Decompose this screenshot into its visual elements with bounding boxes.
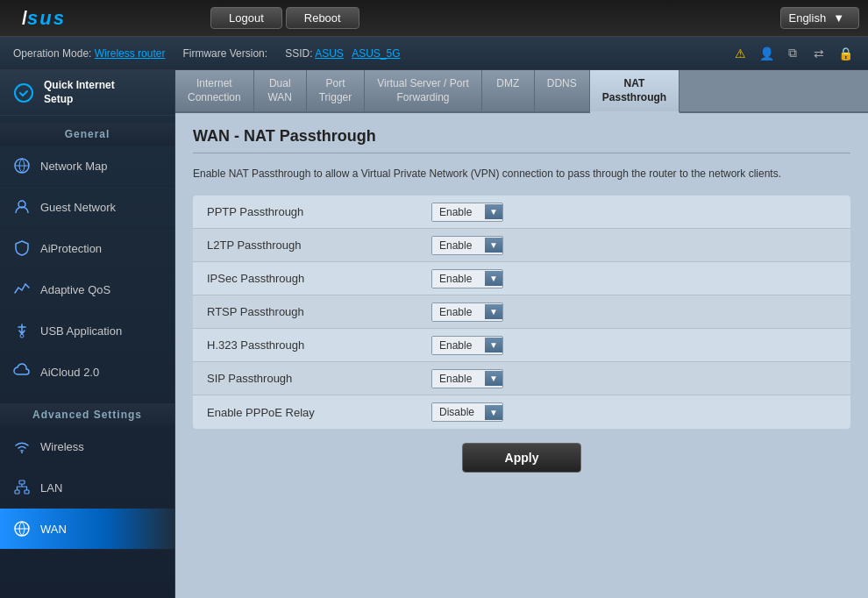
status-bar: Operation Mode: Wireless router Firmware… [0, 37, 868, 70]
advanced-section-title: Advanced Settings [0, 403, 174, 426]
quick-setup-label: Quick Internet Setup [44, 79, 115, 106]
l2tp-arrow[interactable]: ▼ [485, 238, 502, 253]
status-icons: ⚠ 👤 ⧉ ⇄ 🔒 [730, 44, 855, 63]
usb-application-icon [11, 319, 33, 342]
general-section-title: General [0, 123, 174, 146]
page-title: WAN - NAT Passthrough [193, 127, 850, 153]
sidebar-item-aiprotection[interactable]: AiProtection [0, 228, 174, 269]
rtsp-select[interactable]: Enable ▼ [431, 303, 503, 322]
rtsp-label: RTSP Passthrough [193, 298, 421, 325]
quick-setup-icon [11, 80, 37, 106]
warning-icon: ⚠ [730, 44, 750, 63]
pptp-label: PPTP Passthrough [193, 198, 421, 225]
aicloud-icon [11, 360, 33, 383]
h323-select[interactable]: Enable ▼ [431, 336, 503, 355]
svg-point-4 [21, 452, 23, 453]
pppoe-relay-select[interactable]: Disable ▼ [431, 402, 503, 422]
pptp-control: Enable ▼ [421, 197, 850, 227]
rtsp-value: Enable [432, 303, 485, 321]
rtsp-row: RTSP Passthrough Enable ▼ [193, 295, 850, 329]
ipsec-label: IPSec Passthrough [193, 265, 421, 292]
pppoe-relay-row: Enable PPPoE Relay Disable ▼ [193, 395, 850, 429]
ipsec-arrow[interactable]: ▼ [485, 271, 502, 286]
guest-network-icon [11, 196, 33, 218]
svg-rect-5 [19, 481, 25, 484]
main-layout: Quick Internet Setup General Network Map [0, 70, 868, 598]
lock-icon: 🔒 [836, 44, 855, 63]
wan-icon [11, 517, 33, 540]
sip-arrow[interactable]: ▼ [485, 371, 502, 386]
sidebar-item-wan[interactable]: WAN [0, 509, 174, 550]
language-selector[interactable]: English ▼ [780, 7, 859, 29]
sip-label: SIP Passthrough [193, 365, 421, 392]
page-content: WAN - NAT Passthrough Enable NAT Passthr… [175, 113, 868, 598]
sip-control: Enable ▼ [421, 364, 850, 394]
quick-internet-setup[interactable]: Quick Internet Setup [0, 70, 174, 116]
sip-row: SIP Passthrough Enable ▼ [193, 362, 850, 395]
rtsp-control: Enable ▼ [421, 297, 850, 327]
svg-rect-6 [15, 490, 19, 494]
pptp-value: Enable [432, 203, 485, 221]
aiprotection-icon [11, 237, 33, 260]
sip-select[interactable]: Enable ▼ [431, 369, 503, 388]
pppoe-relay-value: Disable [432, 403, 485, 421]
tabs: Internet Connection Dual WAN Port Trigge… [175, 70, 868, 113]
wireless-icon [11, 435, 33, 458]
sidebar-item-adaptive-qos[interactable]: Adaptive QoS [0, 269, 174, 310]
pptp-select[interactable]: Enable ▼ [431, 203, 503, 222]
sidebar-item-network-map[interactable]: Network Map [0, 146, 174, 187]
h323-value: Enable [432, 337, 485, 354]
h323-row: H.323 Passthrough Enable ▼ [193, 329, 850, 362]
h323-arrow[interactable]: ▼ [485, 338, 502, 352]
asus-logo: / sus [9, 4, 79, 32]
sidebar-item-aicloud[interactable]: AiCloud 2.0 [0, 352, 174, 393]
operation-mode: Operation Mode: Wireless router [13, 47, 165, 60]
tab-virtual-server[interactable]: Virtual Server / Port Forwarding [365, 70, 481, 111]
tab-ddns[interactable]: DDNS [535, 70, 590, 111]
reboot-button[interactable]: Reboot [286, 7, 359, 29]
copy-icon: ⧉ [783, 44, 802, 63]
ipsec-value: Enable [432, 270, 485, 288]
tab-internet-connection[interactable]: Internet Connection [175, 70, 254, 111]
sip-value: Enable [432, 370, 485, 388]
pptp-row: PPTP Passthrough Enable ▼ [193, 196, 850, 229]
apply-button[interactable]: Apply [462, 443, 582, 473]
sidebar-item-guest-network[interactable]: Guest Network [0, 187, 174, 228]
usb-icon: ⇄ [809, 44, 829, 63]
pptp-arrow[interactable]: ▼ [485, 204, 502, 219]
adaptive-qos-icon [11, 278, 33, 301]
ssid-info: SSID: ASUS ASUS_5G [285, 47, 400, 60]
person-icon: 👤 [757, 44, 776, 63]
general-section: General Network Map Guest Net [0, 116, 174, 396]
svg-point-0 [15, 84, 32, 102]
sidebar-item-lan[interactable]: LAN [0, 467, 174, 509]
sidebar-item-wireless[interactable]: Wireless [0, 426, 174, 467]
l2tp-select[interactable]: Enable ▼ [431, 236, 503, 255]
ssid-link[interactable]: ASUS [315, 47, 344, 60]
rtsp-arrow[interactable]: ▼ [485, 304, 502, 319]
page-description: Enable NAT Passthrough to allow a Virtua… [193, 166, 850, 182]
tab-dual-wan[interactable]: Dual WAN [254, 70, 307, 111]
advanced-section: Advanced Settings Wireless [0, 396, 174, 553]
lan-icon [11, 476, 33, 499]
top-buttons: Logout Reboot [210, 7, 359, 29]
pppoe-relay-label: Enable PPPoE Relay [193, 399, 421, 426]
tab-dmz[interactable]: DMZ [482, 70, 535, 111]
svg-rect-7 [25, 490, 29, 494]
tab-port-trigger[interactable]: Port Trigger [307, 70, 366, 111]
ipsec-select[interactable]: Enable ▼ [431, 269, 503, 288]
network-map-icon [11, 154, 33, 177]
sidebar-item-usb-application[interactable]: USB Application [0, 310, 174, 352]
l2tp-value: Enable [432, 237, 485, 254]
l2tp-row: L2TP Passthrough Enable ▼ [193, 229, 850, 262]
ssid-5g-link[interactable]: ASUS_5G [352, 47, 400, 60]
operation-mode-link[interactable]: Wireless router [95, 47, 166, 60]
l2tp-label: L2TP Passthrough [193, 231, 421, 259]
logout-button[interactable]: Logout [210, 7, 282, 29]
h323-label: H.323 Passthrough [193, 331, 421, 359]
top-bar: / sus Logout Reboot English ▼ [0, 0, 868, 37]
firmware-version: Firmware Version: [182, 47, 267, 60]
sidebar: Quick Internet Setup General Network Map [0, 70, 175, 598]
pppoe-relay-arrow[interactable]: ▼ [485, 405, 502, 420]
tab-nat-passthrough[interactable]: NAT Passthrough [590, 70, 679, 113]
